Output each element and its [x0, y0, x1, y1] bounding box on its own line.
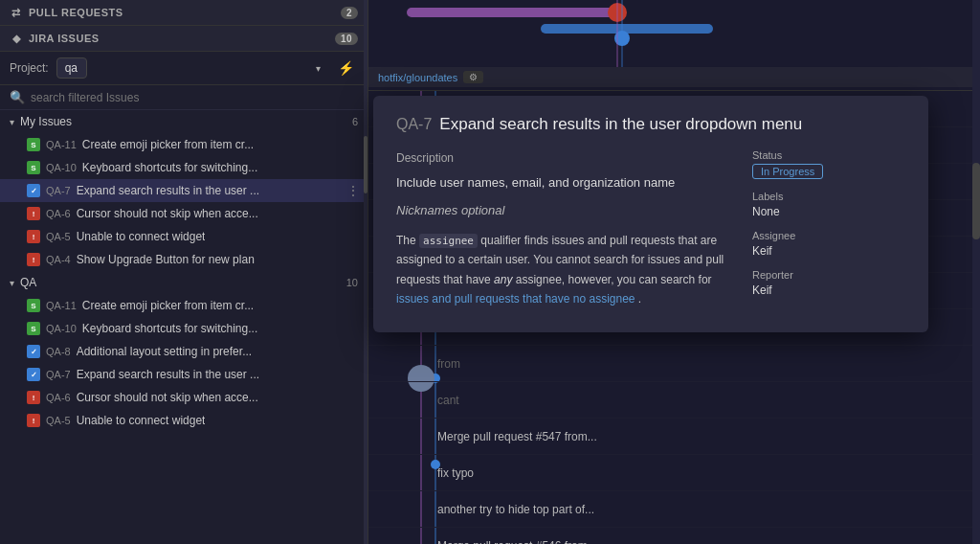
issue-item[interactable]: ! QA-6 Cursor should not skip when acce.… — [0, 386, 368, 409]
timeline-row: fix typo — [368, 455, 980, 491]
issue-item[interactable]: S QA-10 Keyboard shortcuts for switching… — [0, 317, 368, 340]
project-select[interactable]: qa — [56, 57, 87, 79]
branch-badge: ⚙ — [463, 71, 483, 83]
issue-title: Create emoji picker from item cr... — [82, 299, 254, 312]
issue-item[interactable]: S QA-11 Create emoji picker from item cr… — [0, 133, 368, 156]
jira-icon: ◆ — [10, 32, 23, 45]
pull-requests-label: PULL REQUESTS — [29, 7, 123, 18]
status-badge: In Progress — [752, 164, 823, 179]
my-issues-group-header[interactable]: ▾ My Issues 6 — [0, 110, 368, 133]
status-label: Status — [752, 149, 905, 161]
status-value: In Progress — [752, 164, 905, 179]
branch-bar: hotfix/gloundates ⚙ — [368, 67, 980, 87]
issue-options-icon[interactable]: ⋮ — [346, 183, 360, 198]
issue-title: Cursor should not skip when acce... — [77, 391, 258, 404]
description-optional: Nicknames optional — [396, 201, 729, 221]
issue-icon-story: S — [27, 322, 40, 335]
my-issues-count: 6 — [352, 116, 358, 127]
timeline-entry-label: Merge pull request #546 from... — [437, 539, 597, 545]
timeline-entry-text: Merge pull request #547 from... — [437, 430, 597, 443]
qa-group-header[interactable]: ▾ QA 10 — [0, 271, 368, 294]
labels-label: Labels — [752, 191, 905, 202]
search-icon: 🔍 — [10, 90, 25, 104]
desc-link[interactable]: issues and pull requests that have no as… — [396, 292, 635, 306]
issue-id: QA-4 — [46, 254, 71, 265]
issue-item[interactable]: ! QA-5 Unable to connect widget — [0, 409, 368, 432]
my-issues-list: S QA-11 Create emoji picker from item cr… — [0, 133, 368, 271]
timeline-row: from — [368, 346, 980, 382]
popup-description: Description Include user names, email, a… — [396, 149, 729, 309]
timeline-entry-label: from — [437, 357, 460, 371]
timeline-row: cant — [368, 382, 980, 419]
search-bar: 🔍 — [0, 85, 368, 110]
timeline-scrollbar-thumb[interactable] — [972, 163, 980, 239]
jira-issues-section: ◆ JIRA ISSUES 10 — [0, 26, 368, 52]
issue-icon-bug: ! — [27, 414, 40, 427]
timeline-entry-text: fix typo — [437, 466, 474, 480]
project-label: Project: — [10, 61, 49, 75]
labels-value: None — [752, 205, 905, 218]
issue-icon-bug: ! — [27, 207, 40, 220]
issue-title: Unable to connect widget — [77, 230, 206, 243]
issue-item[interactable]: S QA-11 Create emoji picker from item cr… — [0, 294, 368, 317]
issue-item[interactable]: ! QA-4 Show Upgrade Button for new plan — [0, 248, 368, 271]
issue-item[interactable]: ✓ QA-8 Additional layout setting in pref… — [0, 340, 368, 363]
issue-icon-task: ✓ — [27, 368, 40, 381]
pull-request-icon: ⇄ — [10, 6, 23, 19]
qa-issues-list: S QA-11 Create emoji picker from item cr… — [0, 294, 368, 432]
jira-issues-label: JIRA ISSUES — [29, 33, 100, 44]
timeline-entry-label: fix typo — [437, 466, 474, 480]
issue-title: Show Upgrade Button for new plan — [77, 253, 255, 266]
issue-item[interactable]: ✓ QA-7 Expand search results in the user… — [0, 363, 368, 386]
issue-title: Additional layout setting in prefer... — [77, 345, 252, 358]
timeline-scrollbar — [972, 0, 980, 544]
issue-icon-bug: ! — [27, 230, 40, 243]
issue-icon-story: S — [27, 161, 40, 174]
issue-item[interactable]: ! QA-5 Unable to connect widget — [0, 225, 368, 248]
issue-id: QA-10 — [46, 323, 77, 334]
sidebar-scrollbar-thumb[interactable] — [364, 136, 368, 193]
issue-item[interactable]: S QA-10 Keyboard shortcuts for switching… — [0, 156, 368, 179]
description-main: Include user names, email, and organizat… — [396, 173, 729, 193]
issue-icon-story: S — [27, 138, 40, 151]
search-input[interactable] — [31, 91, 358, 104]
timeline-row: Merge pull request #546 from... — [368, 528, 980, 544]
detail-popup: QA-7 Expand search results in the user d… — [373, 96, 928, 332]
issue-icon-story: S — [27, 299, 40, 312]
issue-id: QA-6 — [46, 392, 71, 403]
desc-end: . — [638, 292, 641, 306]
issue-icon-task: ✓ — [27, 345, 40, 358]
issue-id: QA-10 — [46, 162, 77, 173]
issue-id: QA-8 — [46, 346, 71, 357]
assignee-label: Assignee — [752, 230, 905, 241]
popup-title-row: QA-7 Expand search results in the user d… — [396, 115, 905, 134]
issue-icon-bug: ! — [27, 253, 40, 266]
issue-title: Expand search results in the user ... — [77, 368, 259, 381]
timeline-topbar: hotfix/gloundates ⚙ — [368, 0, 980, 91]
issue-icon-bug: ! — [27, 391, 40, 404]
filter-icon[interactable]: ⚡ — [334, 58, 358, 78]
timeline-bars-svg — [368, 0, 980, 67]
qa-group-label: QA — [20, 276, 36, 289]
pull-requests-section: ⇄ PULL REQUESTS 2 — [0, 0, 368, 26]
svg-rect-0 — [407, 8, 617, 17]
timeline-row: another try to hide top part of... — [368, 491, 980, 528]
issue-id: QA-7 — [46, 369, 71, 380]
issue-id: QA-11 — [46, 300, 77, 311]
issue-id: QA-11 — [46, 139, 77, 150]
qa-group-count: 10 — [346, 277, 358, 288]
issue-item-active[interactable]: ✓ QA-7 Expand search results in the user… — [0, 179, 368, 202]
reporter-label: Reporter — [752, 269, 905, 281]
timeline-entry-label: cant — [437, 394, 459, 407]
popup-issue-id: QA-7 — [396, 116, 432, 133]
assignee-value: Keif — [752, 244, 905, 258]
issue-title: Create emoji picker from item cr... — [82, 138, 254, 151]
issue-item[interactable]: ! QA-6 Cursor should not skip when acce.… — [0, 202, 368, 225]
issue-icon-task: ✓ — [27, 184, 40, 197]
popup-meta: Status In Progress Labels None Assignee … — [752, 149, 905, 309]
timeline-entry-text: Merge pull request #546 from... — [437, 539, 597, 545]
popup-title: Expand search results in the user dropdo… — [439, 115, 802, 134]
pull-requests-count: 2 — [341, 7, 358, 19]
issue-id: QA-7 — [46, 185, 71, 196]
project-select-wrapper: qa — [56, 57, 328, 79]
